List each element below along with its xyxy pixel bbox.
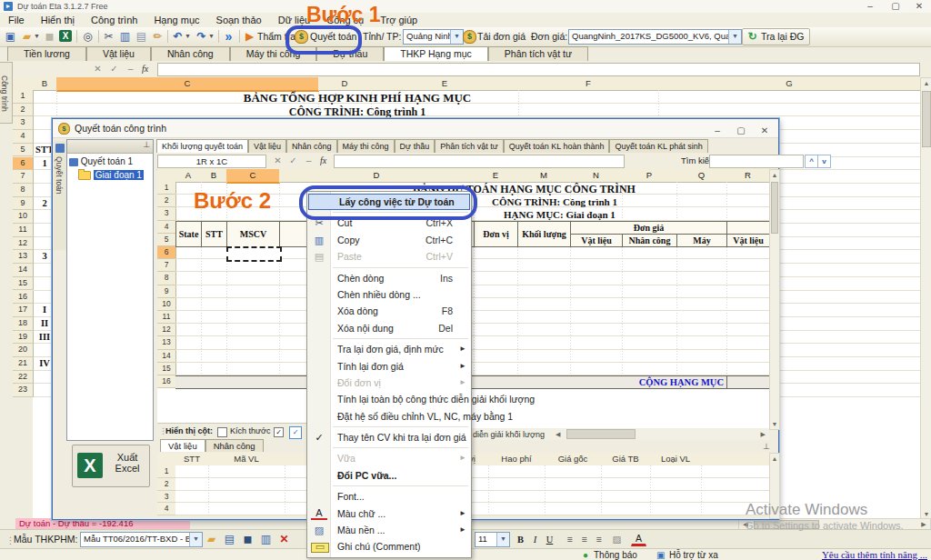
dialog-column-header-R[interactable]: R [726,169,770,183]
column-header-F[interactable]: F [518,77,659,91]
row-header-15[interactable]: 15 [13,277,34,291]
dialog-column-header-E[interactable]: E [474,169,518,183]
dialog-row-header-7[interactable]: 7 [157,259,176,272]
context-item-xóa-nội-dung[interactable]: Xóa nội dungDel [307,320,471,336]
menu-item-soạn-thảo[interactable]: Soạn thảo [208,13,270,27]
sidebar-tab-cong-trinh[interactable]: Công trình [0,62,13,124]
context-item-màu-nền-[interactable]: ▨Màu nền ...► [307,522,471,538]
dialog-minimize-button[interactable]: – [707,122,727,140]
context-item-tính-lại-toàn-bộ-công-thức-diễn-giải-khố[interactable]: Tính lại toàn bộ công thức diễn giải khố… [307,391,471,407]
row-header-22[interactable]: 22 [13,371,34,385]
tree-root-item[interactable]: Quyết toán 1 [67,154,153,169]
dialog-corner-cell[interactable] [157,169,176,183]
row-header-14[interactable]: 14 [13,264,34,277]
dialog-row-header-10[interactable]: 10 [157,298,176,311]
bold-button[interactable]: B [513,532,528,547]
font-color-icon[interactable]: A [631,532,646,546]
row-header-19[interactable]: 19 [13,331,34,345]
search-prev-icon[interactable]: ^ [805,155,818,168]
tai-don-gia-button[interactable]: Tải đơn giá [477,31,526,42]
grid-rows[interactable] [175,465,769,515]
context-item-đổi-pc-vữa-[interactable]: Đổi PC vữa... [307,467,471,484]
bottom-tab-vật-liệu[interactable]: Vật liệu [160,439,205,452]
row-header-13[interactable]: 13 [13,250,34,264]
context-item-tính-lại-đơn-giá[interactable]: Tính lại đơn giá► [307,358,471,375]
dialog-tab-phân-tích-vật-tư[interactable]: Phân tích vật tư [435,139,504,153]
thong-bao-item[interactable]: Thông báo [594,549,637,560]
redo-dropdown-icon[interactable]: ▼ [207,29,215,44]
row-header-3[interactable]: 3 [13,116,34,130]
row-header-1[interactable]: 1 [13,90,34,104]
sheet-tab-phân-tích-vật-tư[interactable]: Phân tích vật tư [488,46,588,61]
corner-cell[interactable] [13,77,34,91]
context-item-màu-chữ-[interactable]: AMàu chữ ...► [307,505,471,522]
scroll-up-icon[interactable]: ▲ [770,172,779,178]
context-item-chèn-nhiều-dòng-[interactable]: Chèn nhiều dòng ... [307,286,471,303]
ho-tro-item[interactable]: Hỗ trợ từ xa [669,549,718,560]
collapse-icon[interactable]: ‒ [124,64,137,74]
sheet-tab-vật-liệu[interactable]: Vật liệu [86,46,151,61]
scroll-down-icon[interactable]: ▼ [770,421,779,427]
column-header-B[interactable]: B [33,77,57,91]
feature-request-link[interactable]: Yêu cầu thêm tính năng ... [822,549,927,560]
menu-item-hạng-mục[interactable]: Hạng mục [145,13,207,27]
column-header-D[interactable]: D [318,77,372,91]
dialog-column-header-P[interactable]: P [622,169,677,183]
row-header-17[interactable]: 17 [13,304,34,317]
dialog-tab-nhân-công[interactable]: Nhân công [286,139,337,153]
column-header-C[interactable]: C [56,77,319,92]
row-header-11[interactable]: 11 [13,224,34,237]
search-input[interactable] [709,155,804,168]
open-template-icon[interactable]: ▰ [204,532,219,546]
chevron-down-icon[interactable]: ▼ [450,30,463,44]
dialog-tab-khối-lượng-quyết-toán[interactable]: Khối lượng quyết toán [156,139,248,153]
tham-tra-icon[interactable]: ▶ [242,29,257,44]
close-button[interactable]: ✕ [909,0,929,13]
dialog-tab-máy-thi-công[interactable]: Máy thi công [337,139,395,153]
paste-icon[interactable]: ▤ [134,29,149,44]
dialog-formula-input[interactable] [334,155,625,168]
context-item-tra-lại-đơn-giá-định-mức[interactable]: Tra lại đơn giá, định mức► [307,341,471,357]
fx-icon[interactable]: fx [138,64,152,74]
row-header-10[interactable]: 10 [13,210,34,224]
cancel-entry-icon[interactable]: ✕ [91,64,105,74]
selected-cell-c6[interactable] [226,246,282,262]
row-header-20[interactable]: 20 [13,344,34,357]
confirm-entry-icon[interactable]: ✓ [286,155,300,165]
align-left-icon[interactable]: ≡ [562,532,577,547]
print-preview-icon[interactable]: ◎ [80,29,95,44]
collapse-icon[interactable]: ‒ [302,155,315,165]
row-header-18[interactable]: 18 [13,317,34,331]
sheet-tab-tiền-lương[interactable]: Tiền lương [7,46,86,61]
pin-icon[interactable]: ⊥ [763,442,770,451]
context-item-font-[interactable]: Font... [307,488,471,505]
context-item-xóa-dòng[interactable]: Xóa dòngF8 [307,303,471,319]
new-icon[interactable]: ▣ [3,29,18,44]
scroll-up-icon[interactable]: ▲ [770,455,779,462]
dialog-column-header-A[interactable]: A [175,169,202,183]
dialog-row-header-8[interactable]: 8 [157,272,176,285]
dialog-row-header-2[interactable]: 2 [157,195,176,207]
fx-icon[interactable]: fx [316,155,330,165]
sheet-tab-thkp-hạng-mục[interactable]: THKP Hạng mục [384,46,488,61]
align-right-icon[interactable]: ≡ [591,532,606,547]
italic-button[interactable]: I [527,532,543,547]
row-header-4[interactable]: 4 [13,130,34,144]
pin-icon[interactable]: ⊥ [143,140,150,149]
row-header-16[interactable]: 16 [13,291,34,305]
dialog-close-button[interactable]: ✕ [755,122,775,140]
maximize-button[interactable]: ▢ [886,0,906,13]
row-header-21[interactable]: 21 [13,357,34,371]
save-icon[interactable]: ◼ [42,29,57,44]
row-header-23[interactable]: 23 [13,384,34,397]
row-header-5[interactable]: 5 [13,144,34,157]
tinh-tp-combo[interactable]: Quảng Ninh▼ [403,29,464,45]
tai-don-gia-icon[interactable]: $ [463,30,476,44]
mau-combo[interactable]: Mẫu TT06/2016/TT-BXD - Bù giá▼ [80,532,203,547]
dialog-tab-dự-thầu[interactable]: Dự thầu [395,139,435,153]
dialog-column-header-Q[interactable]: Q [676,169,727,183]
dialog-vertical-scrollbar[interactable]: ▲ ▼ [769,169,780,430]
context-item-chèn-dòng[interactable]: Chèn dòngIns [307,270,471,286]
confirm-checkbox[interactable]: ✓ [289,426,302,439]
dialog-row-header-3[interactable]: 3 [157,207,176,220]
